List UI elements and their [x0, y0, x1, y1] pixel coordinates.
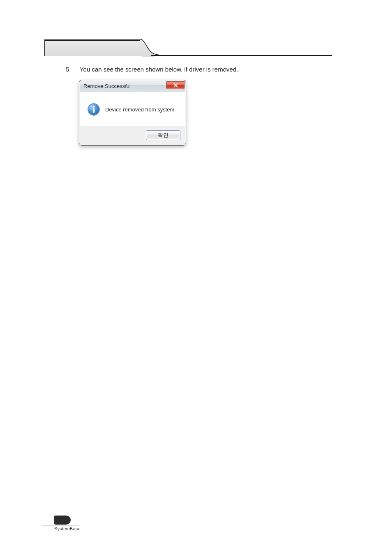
- dialog-body: Device removed from system.: [80, 92, 185, 126]
- ok-button[interactable]: 확인: [146, 130, 180, 140]
- instruction-number: 5.: [66, 66, 78, 73]
- instruction-text: You can see the screen shown below, if d…: [80, 66, 238, 73]
- logo-icon: [54, 516, 71, 525]
- page-header: [44, 39, 332, 57]
- svg-rect-3: [93, 108, 95, 113]
- header-curve: [140, 38, 159, 56]
- footer-brand: SystemBase: [54, 526, 87, 531]
- remove-successful-dialog: Remove Successful Device removed from sy…: [79, 80, 186, 146]
- close-button[interactable]: [166, 81, 184, 89]
- header-underline: [151, 55, 332, 56]
- instruction-line: 5. You can see the screen shown below, i…: [66, 66, 238, 73]
- dialog-message: Device removed from system.: [105, 106, 176, 113]
- dialog-titlebar[interactable]: Remove Successful: [80, 81, 185, 92]
- svg-point-2: [93, 106, 95, 108]
- close-icon: [173, 83, 178, 88]
- info-icon: [87, 103, 100, 116]
- footer: SystemBase: [54, 516, 87, 531]
- header-tab-left: [44, 39, 142, 56]
- header-bar: [44, 39, 332, 56]
- dialog-title: Remove Successful: [83, 83, 131, 89]
- dialog-footer: 확인: [80, 126, 185, 145]
- footer-rule: [42, 525, 79, 526]
